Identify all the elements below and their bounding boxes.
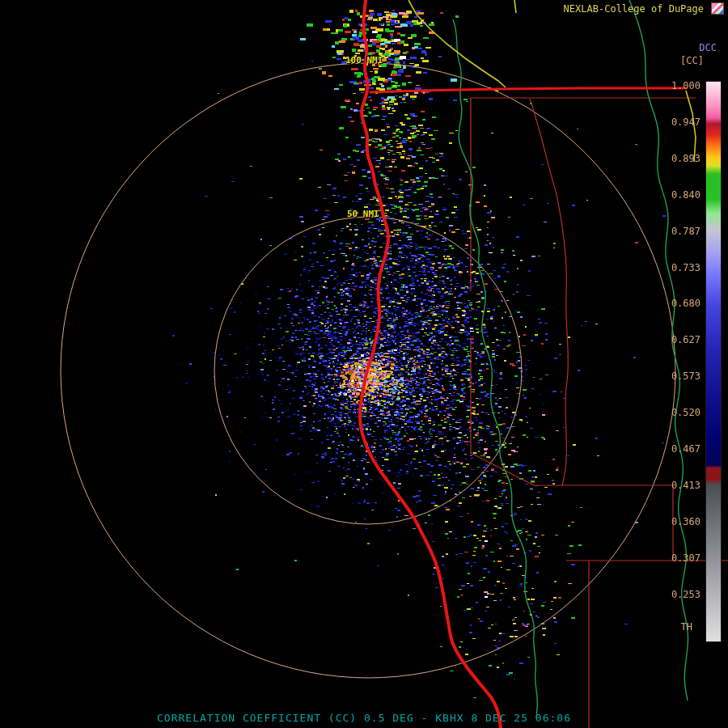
- legend-tick: 0.573: [671, 370, 700, 382]
- map-overlay-svg: [0, 0, 728, 728]
- range-ring-label-100nmi: 100 NMI: [345, 55, 383, 66]
- county-line: [530, 99, 568, 485]
- color-scale-bar: [705, 81, 722, 642]
- legend-tick: 0.840: [671, 189, 700, 201]
- highway-101-line: [360, 0, 501, 728]
- legend-tick: 0.680: [671, 298, 700, 309]
- product-caption: CORRELATION COEFFICIENT (CC) 0.5 DEG - K…: [0, 712, 728, 724]
- range-ring-label-50nmi: 50 NMI: [347, 209, 379, 219]
- legend-tick: 0.627: [671, 334, 700, 345]
- nexlab-logo-icon: [711, 2, 724, 15]
- site-title: NEXLAB-College of DuPage: [564, 3, 704, 15]
- legend-units: [CC]: [680, 55, 704, 66]
- river-line: [453, 19, 537, 718]
- legend-tick: 0.893: [671, 153, 700, 164]
- legend-tick: 0.520: [671, 407, 700, 418]
- highway-299-line: [370, 88, 686, 92]
- legend-tick: 0.947: [671, 116, 700, 128]
- legend-tick: 0.253: [671, 589, 700, 600]
- legend-tick: 0.787: [671, 226, 700, 237]
- legend-threshold-label: TH: [681, 621, 692, 633]
- radar-display: 100 NMI 50 NMI NEXLAB-College of DuPage …: [0, 0, 728, 728]
- county-line: [534, 485, 673, 561]
- legend-tick: 1.000: [671, 80, 700, 91]
- yellow-road-line: [514, 0, 516, 13]
- legend-tick: 0.467: [671, 443, 700, 455]
- legend-tick: 0.733: [671, 262, 700, 273]
- legend-tick: 0.413: [671, 480, 700, 491]
- legend-tick-list: 1.0000.9470.8930.8400.7870.7330.6800.627…: [663, 80, 700, 646]
- legend-tick: 0.307: [671, 552, 700, 564]
- legend-product-code: DCC: [699, 42, 717, 53]
- legend-tick: 0.360: [671, 516, 700, 527]
